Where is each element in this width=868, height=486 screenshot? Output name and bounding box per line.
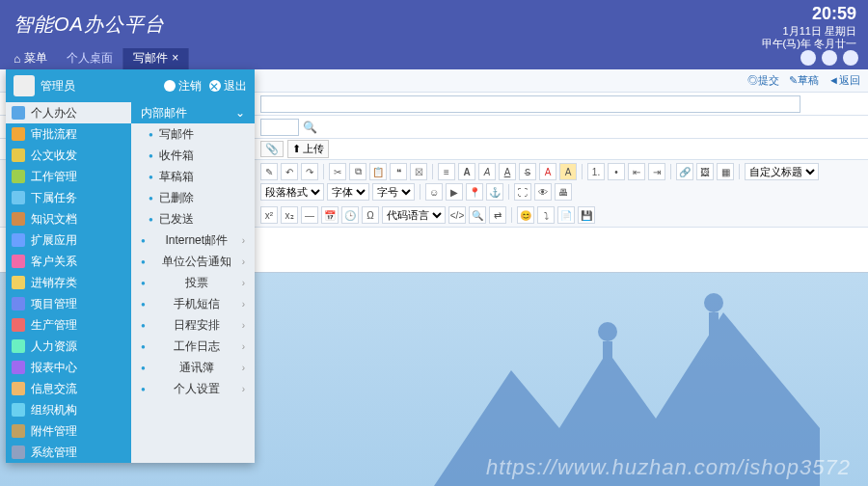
menu-item-2[interactable]: 公文收发: [6, 145, 131, 166]
find-icon[interactable]: 🔍: [469, 206, 486, 224]
bgcolor-icon[interactable]: A: [559, 163, 577, 180]
submenu-item[interactable]: 草稿箱: [131, 166, 255, 187]
italic-icon[interactable]: A: [478, 163, 496, 180]
menu-item-8[interactable]: 进销存类: [6, 272, 131, 293]
help-icon[interactable]: [822, 50, 837, 66]
menu-item-0[interactable]: 个人办公: [6, 102, 131, 123]
submenu-item[interactable]: 已删除: [131, 187, 255, 208]
submenu-plain-item[interactable]: Internet邮件›: [131, 230, 255, 251]
close-icon[interactable]: ×: [172, 51, 178, 65]
ol-icon[interactable]: 1.: [587, 163, 605, 180]
search-input[interactable]: [260, 119, 299, 136]
hr-icon[interactable]: —: [301, 206, 318, 224]
menu-item-12[interactable]: 报表中心: [6, 357, 131, 378]
custom-title-select[interactable]: 自定义标题: [745, 163, 819, 180]
menu-item-1[interactable]: 审批流程: [6, 123, 131, 145]
menu-item-15[interactable]: 附件管理: [6, 420, 131, 442]
redo-icon[interactable]: ↷: [301, 163, 318, 180]
module-icon: [12, 297, 25, 310]
media-icon[interactable]: ▶: [446, 183, 463, 201]
pagebreak-icon[interactable]: ⤵: [537, 206, 555, 224]
tab-compose[interactable]: 写邮件×: [123, 47, 189, 69]
menu-item-7[interactable]: 客户关系: [6, 251, 131, 272]
search-icon[interactable]: 🔍: [303, 121, 317, 134]
font-select[interactable]: 字体: [327, 183, 369, 201]
menu-item-13[interactable]: 信息交流: [6, 378, 131, 399]
submenu-item[interactable]: 已发送: [131, 208, 255, 230]
anchor-icon[interactable]: ⚓: [486, 183, 503, 201]
paste-icon[interactable]: 📋: [369, 163, 387, 180]
submit-button[interactable]: ◎提交: [747, 73, 779, 88]
image-icon[interactable]: 🖼: [696, 163, 714, 180]
undo-icon[interactable]: ↶: [281, 163, 298, 180]
preview-icon[interactable]: 👁: [534, 183, 552, 201]
back-button[interactable]: ◄返回: [828, 73, 860, 88]
underline-icon[interactable]: A: [499, 163, 516, 180]
menu-home-button[interactable]: ⌂ 菜单: [4, 47, 57, 69]
menu-item-6[interactable]: 扩展应用: [6, 230, 131, 251]
user-icon[interactable]: [843, 50, 858, 66]
special-icon[interactable]: Ω: [362, 206, 379, 224]
menu-item-10[interactable]: 生产管理: [6, 314, 131, 336]
menu-item-5[interactable]: 知识文档: [6, 208, 131, 230]
draft-icon[interactable]: 💾: [578, 206, 595, 224]
emoticon-icon[interactable]: 😊: [517, 206, 534, 224]
print-icon[interactable]: 🖶: [555, 183, 572, 201]
upload-button[interactable]: ⬆上传: [287, 140, 329, 158]
menu-item-11[interactable]: 人力资源: [6, 336, 131, 357]
submenu-plain-item[interactable]: 个人设置›: [131, 378, 255, 399]
emoji-icon[interactable]: ☺: [425, 183, 443, 201]
table-icon[interactable]: ▦: [717, 163, 734, 180]
link-icon[interactable]: 🔗: [676, 163, 693, 180]
bold-icon[interactable]: A: [458, 163, 475, 180]
map-icon[interactable]: 📍: [466, 183, 483, 201]
recipient-input[interactable]: [260, 95, 800, 113]
sup-icon[interactable]: x²: [260, 206, 278, 224]
replace-icon[interactable]: ⇄: [489, 206, 506, 224]
fullscreen-icon[interactable]: ⛶: [514, 183, 531, 201]
submenu-plain-item[interactable]: 投票›: [131, 272, 255, 293]
attach-button[interactable]: 📎: [260, 141, 284, 157]
indent-icon[interactable]: ⇥: [648, 163, 665, 180]
menu-item-14[interactable]: 组织机构: [6, 399, 131, 420]
time-icon[interactable]: 🕒: [341, 206, 359, 224]
sub-icon[interactable]: x₂: [281, 206, 298, 224]
copy-icon[interactable]: ⧉: [349, 163, 366, 180]
source-icon[interactable]: ✎: [260, 163, 278, 180]
logout-button[interactable]: 注销: [164, 78, 202, 94]
draft-button[interactable]: ✎草稿: [789, 73, 819, 88]
cut-icon[interactable]: ✂: [329, 163, 346, 180]
fontsize-select[interactable]: 字号: [372, 183, 415, 201]
submenu-plain-item[interactable]: 通讯簿›: [131, 357, 255, 378]
strike-icon[interactable]: S̶: [519, 163, 536, 180]
paragraph-select[interactable]: 段落格式: [260, 183, 324, 201]
menu-item-16[interactable]: 系统管理: [6, 442, 131, 463]
outdent-icon[interactable]: ⇤: [628, 163, 645, 180]
tab-desktop[interactable]: 个人桌面: [57, 47, 123, 69]
submenu-plain-item[interactable]: 日程安排›: [131, 314, 255, 336]
menu-item-4[interactable]: 下属任务: [6, 187, 131, 208]
submenu-plain-item[interactable]: 单位公告通知›: [131, 251, 255, 272]
ul-icon[interactable]: •: [608, 163, 625, 180]
align-left-icon[interactable]: ≡: [438, 163, 455, 180]
color-icon[interactable]: A: [539, 163, 556, 180]
menu-item-3[interactable]: 工作管理: [6, 166, 131, 187]
code-icon[interactable]: </>: [448, 206, 466, 224]
submenu-item[interactable]: 写邮件: [131, 123, 255, 145]
template-icon[interactable]: 📄: [557, 206, 575, 224]
gift-icon[interactable]: [800, 50, 816, 66]
quote-icon[interactable]: ❝: [390, 163, 407, 180]
date-icon[interactable]: 📅: [321, 206, 339, 224]
codelang-select[interactable]: 代码语言: [382, 206, 446, 224]
exit-button[interactable]: ✕退出: [209, 78, 247, 94]
submenu-plain-item[interactable]: 工作日志›: [131, 336, 255, 357]
submenu-item[interactable]: 收件箱: [131, 145, 255, 166]
module-icon: [12, 403, 25, 417]
home-icon: ⌂: [14, 52, 20, 66]
upload-icon: ⬆: [292, 143, 301, 155]
clear-icon[interactable]: ☒: [410, 163, 427, 180]
submenu-group-internal-mail[interactable]: 内部邮件 ⌄: [131, 102, 255, 123]
menu-item-9[interactable]: 项目管理: [6, 293, 131, 314]
avatar[interactable]: [14, 75, 35, 96]
submenu-plain-item[interactable]: 手机短信›: [131, 293, 255, 314]
